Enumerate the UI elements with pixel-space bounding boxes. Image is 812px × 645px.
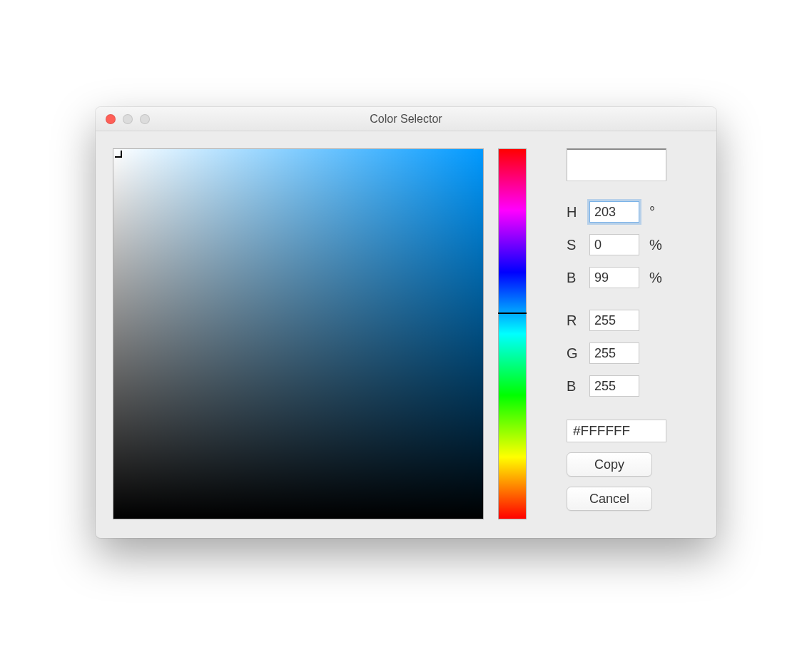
- color-selector-window: Color Selector H ° S % B %: [96, 107, 716, 538]
- red-label: R: [567, 313, 579, 329]
- hue-unit: °: [649, 204, 655, 220]
- hue-label: H: [567, 204, 579, 220]
- cancel-button[interactable]: Cancel: [567, 487, 652, 511]
- window-title: Color Selector: [96, 113, 716, 126]
- content-area: H ° S % B % R G: [96, 131, 716, 538]
- saturation-row: S %: [567, 234, 696, 255]
- brightness-row: B %: [567, 267, 696, 288]
- red-input[interactable]: [589, 310, 639, 331]
- green-label: G: [567, 345, 579, 362]
- hue-indicator-icon: [498, 313, 527, 314]
- minimize-icon[interactable]: [123, 114, 133, 124]
- blue-label: B: [567, 378, 579, 395]
- sb-cursor-icon: [115, 151, 122, 158]
- button-group: Copy Cancel: [567, 452, 696, 521]
- saturation-input[interactable]: [589, 234, 639, 255]
- green-row: G: [567, 342, 696, 364]
- green-input[interactable]: [589, 342, 639, 364]
- traffic-lights: [96, 114, 150, 124]
- controls-sidebar: H ° S % B % R G: [541, 148, 696, 521]
- blue-row: B: [567, 375, 696, 397]
- hue-slider[interactable]: [498, 148, 527, 519]
- saturation-unit: %: [649, 237, 662, 253]
- copy-button[interactable]: Copy: [567, 452, 652, 477]
- saturation-label: S: [567, 237, 579, 253]
- saturation-brightness-picker[interactable]: [113, 148, 484, 519]
- blue-input[interactable]: [589, 375, 639, 397]
- hue-row: H °: [567, 201, 696, 223]
- maximize-icon[interactable]: [140, 114, 150, 124]
- hue-input[interactable]: [589, 201, 639, 223]
- color-swatch: [567, 148, 666, 181]
- brightness-label: B: [567, 270, 579, 286]
- hex-input[interactable]: [567, 420, 666, 442]
- red-row: R: [567, 310, 696, 331]
- titlebar[interactable]: Color Selector: [96, 107, 716, 131]
- close-icon[interactable]: [106, 114, 116, 124]
- brightness-unit: %: [649, 270, 662, 286]
- brightness-input[interactable]: [589, 267, 639, 288]
